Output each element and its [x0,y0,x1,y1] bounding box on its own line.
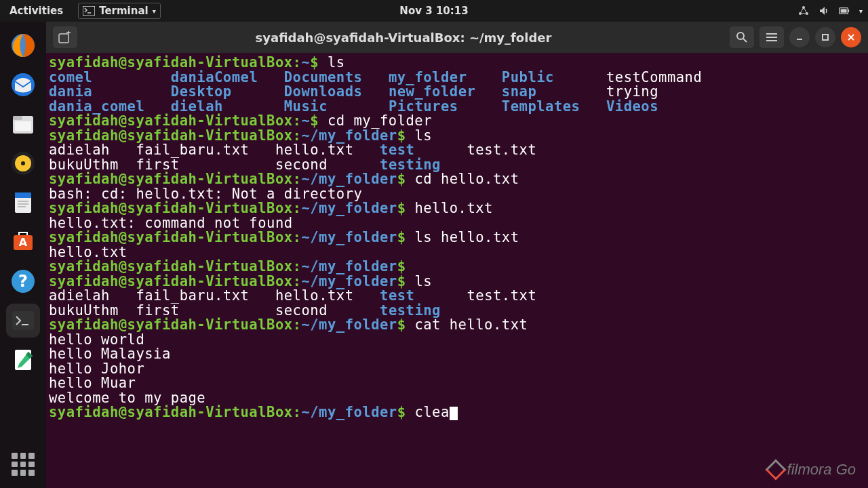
new-tab-button[interactable] [53,26,77,48]
cursor [450,407,458,420]
search-button[interactable] [730,26,754,48]
dock-software[interactable]: A [6,225,40,259]
svg-line-32 [743,39,747,42]
terminal-window: syafidah@syafidah-VirtualBox: ~/my_folde… [46,22,868,488]
svg-rect-12 [15,121,31,131]
svg-rect-37 [823,35,828,40]
terminal-body[interactable]: syafidah@syafidah-VirtualBox:~$ ls comel… [46,53,868,488]
svg-rect-28 [59,34,68,43]
dock-texteditor[interactable] [6,343,40,377]
svg-point-31 [737,33,744,39]
close-button[interactable] [841,27,861,47]
svg-point-15 [21,161,25,165]
hamburger-menu-button[interactable] [760,26,784,48]
network-icon[interactable] [798,5,809,16]
svg-rect-25 [12,311,34,330]
svg-rect-11 [13,116,22,120]
maximize-button[interactable] [815,27,835,47]
svg-text:?: ? [18,272,28,291]
activities-button[interactable]: Activities [5,3,67,18]
watermark: filmora Go [768,461,856,479]
titlebar: syafidah@syafidah-VirtualBox: ~/my_folde… [46,22,868,53]
volume-icon[interactable] [818,5,829,16]
watermark-logo-icon [765,459,786,480]
svg-rect-6 [848,9,849,12]
clock[interactable]: Nov 3 10:13 [399,5,468,17]
battery-icon[interactable] [839,5,850,16]
dock-terminal[interactable] [6,304,40,338]
dock: A ? [0,22,46,488]
app-menu[interactable]: Terminal ▾ [78,3,161,19]
dock-writer[interactable] [6,186,40,220]
gnome-topbar: Activities Terminal ▾ Nov 3 10:13 ▾ [0,0,868,22]
svg-rect-0 [83,6,95,16]
dock-files[interactable] [6,107,40,141]
svg-text:A: A [19,236,28,249]
dock-help[interactable]: ? [6,264,40,298]
chevron-down-icon: ▾ [153,7,156,15]
dock-firefox[interactable] [6,28,40,62]
terminal-icon [83,6,95,16]
minimize-button[interactable] [789,27,810,47]
dock-rhythmbox[interactable] [6,146,40,180]
dock-show-apps[interactable] [6,447,40,481]
system-menu-chevron-icon[interactable]: ▾ [859,7,863,15]
svg-rect-17 [15,192,31,198]
app-menu-label: Terminal [99,5,149,17]
watermark-text: filmora Go [787,461,856,479]
dock-thunderbird[interactable] [6,68,40,102]
svg-rect-7 [841,9,847,12]
window-title: syafidah@syafidah-VirtualBox: ~/my_folde… [83,30,724,45]
